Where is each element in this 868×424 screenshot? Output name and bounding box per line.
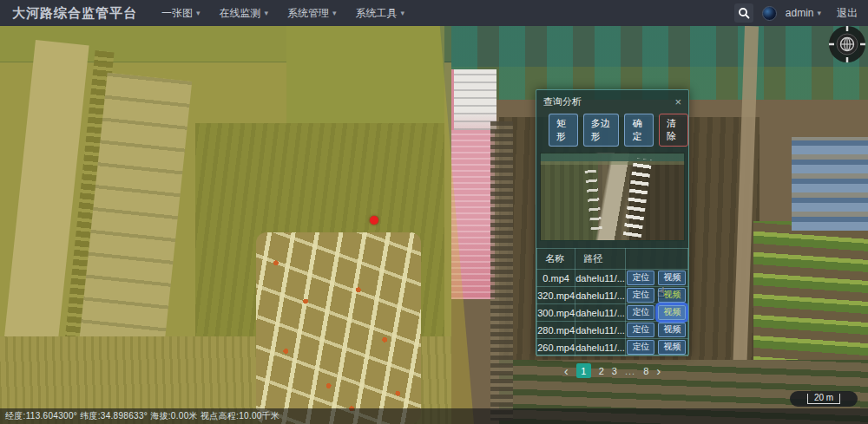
video-button[interactable]: 视频 <box>658 288 686 303</box>
table-row: 260.mp4 dahelu11/... 定位 视频 <box>537 339 688 356</box>
cell-name: 0.mp4 <box>537 270 575 287</box>
preview-trucks-left <box>585 166 603 231</box>
username-label: admin <box>786 7 814 19</box>
query-analysis-panel: 查询分析 × 矩形 多边形 确定 清除 名称 路径 0.mp4 dahelu11… <box>536 89 689 356</box>
draw-tools: 矩形 多边形 确定 清除 <box>549 114 688 147</box>
locate-button[interactable]: 定位 <box>627 288 654 303</box>
cell-path: dahelu11/... <box>575 287 626 304</box>
table-row: 300.mp4 dahelu11/... 定位 视频 <box>537 304 688 322</box>
table-header-row: 名称 路径 <box>537 249 688 270</box>
navbar-right: admin ▾ 退出 <box>734 3 858 23</box>
nav-menu-onemap[interactable]: 一张图 ▾ <box>161 6 201 21</box>
logout-button[interactable]: 退出 <box>837 6 858 21</box>
chevron-down-icon: ▾ <box>332 9 337 17</box>
cell-path: dahelu11/... <box>575 339 626 356</box>
map-bare-trees <box>490 121 513 421</box>
aerial-preview-image <box>540 153 685 241</box>
map-truck-yard <box>256 232 421 424</box>
video-button-focused[interactable]: 视频 <box>658 305 686 320</box>
user-menu[interactable]: admin ▾ <box>786 7 821 19</box>
coordinate-statusbar: 经度:113.604300° 纬度:34.898633° 海拔:0.00米 视点… <box>0 408 868 424</box>
compass-control[interactable] <box>827 24 867 64</box>
locate-button[interactable]: 定位 <box>627 271 654 285</box>
panel-header: 查询分析 × <box>536 90 688 110</box>
rectangle-tool-button[interactable]: 矩形 <box>549 114 578 147</box>
page-button-1[interactable]: 1 <box>576 363 591 378</box>
chevron-down-icon: ▾ <box>196 9 201 17</box>
chevron-down-icon: ▾ <box>401 9 405 17</box>
clear-button[interactable]: 清除 <box>659 114 688 147</box>
locate-button[interactable]: 定位 <box>627 340 654 355</box>
map-viewport[interactable] <box>0 26 868 424</box>
table-row: 320.mp4 dahelu11/... 定位 视频 <box>537 287 688 304</box>
avatar[interactable] <box>762 6 777 21</box>
nav-menu-label: 在线监测 <box>220 6 261 21</box>
top-navbar: 大河路综合监管平台 一张图 ▾ 在线监测 ▾ 系统管理 ▾ 系统工具 ▾ <box>0 0 868 26</box>
page-button-2[interactable]: 2 <box>599 366 604 376</box>
polygon-tool-button[interactable]: 多边形 <box>583 114 620 147</box>
cell-path: dahelu11/... <box>575 304 626 322</box>
locate-button[interactable]: 定位 <box>627 305 654 320</box>
page-ellipsis: ... <box>625 366 635 376</box>
next-page-button[interactable]: › <box>656 366 661 376</box>
nav-menu-system-tools[interactable]: 系统工具 ▾ <box>356 6 405 21</box>
app-title: 大河路综合监管平台 <box>12 5 137 22</box>
nav-menu-system-management[interactable]: 系统管理 ▾ <box>287 6 337 21</box>
chevron-down-icon: ▾ <box>265 9 269 17</box>
compass-icon <box>827 24 867 64</box>
video-button[interactable]: 视频 <box>658 271 686 285</box>
video-button[interactable]: 视频 <box>658 340 686 355</box>
col-header-path: 路径 <box>575 249 626 270</box>
coordinates-text: 经度:113.604300° 纬度:34.898633° 海拔:0.00米 视点… <box>5 410 279 422</box>
map-blue-roof-buildings <box>792 137 868 231</box>
cell-name: 300.mp4 <box>537 304 575 322</box>
table-row: 280.mp4 dahelu11/... 定位 视频 <box>537 322 688 339</box>
col-header-name: 名称 <box>537 249 575 270</box>
map-green-field-top <box>286 26 444 123</box>
map-crop-strips <box>753 221 868 369</box>
nav-menu-label: 系统管理 <box>287 6 329 21</box>
search-button[interactable] <box>734 3 753 23</box>
search-icon <box>738 7 750 19</box>
map-pink-field-strip <box>451 130 495 299</box>
nav-menu-label: 系统工具 <box>356 6 398 21</box>
cell-name: 260.mp4 <box>537 339 575 356</box>
cell-name: 320.mp4 <box>537 287 575 304</box>
scale-label: 20 m <box>807 394 840 404</box>
results-table: 名称 路径 0.mp4 dahelu11/... 定位 视频 320.mp4 d… <box>536 248 688 356</box>
confirm-button[interactable]: 确定 <box>624 114 654 147</box>
col-header-actions <box>625 249 687 270</box>
preview-trucks-right <box>623 158 653 238</box>
page-button-8[interactable]: 8 <box>643 366 648 376</box>
scale-bar: 20 m <box>790 391 858 407</box>
panel-title: 查询分析 <box>543 95 582 108</box>
chevron-down-icon: ▾ <box>817 9 821 17</box>
nav-menu-online-monitoring[interactable]: 在线监测 ▾ <box>220 6 269 21</box>
app-screen: 大河路综合监管平台 一张图 ▾ 在线监测 ▾ 系统管理 ▾ 系统工具 ▾ <box>0 0 868 424</box>
close-icon[interactable]: × <box>674 98 681 107</box>
nav-menus: 一张图 ▾ 在线监测 ▾ 系统管理 ▾ 系统工具 ▾ <box>161 6 404 21</box>
video-button[interactable]: 视频 <box>658 323 686 337</box>
page-button-3[interactable]: 3 <box>612 366 617 376</box>
cell-path: dahelu11/... <box>575 322 626 339</box>
table-row: 0.mp4 dahelu11/... 定位 视频 <box>537 270 688 287</box>
locate-button[interactable]: 定位 <box>627 323 654 337</box>
cell-path: dahelu11/... <box>575 270 626 287</box>
map-point-marker[interactable] <box>370 216 378 225</box>
prev-page-button[interactable]: ‹ <box>564 366 569 376</box>
cell-name: 280.mp4 <box>537 322 575 339</box>
nav-menu-label: 一张图 <box>161 6 193 21</box>
pagination: ‹ 1 2 3 ... 8 › <box>536 363 688 378</box>
